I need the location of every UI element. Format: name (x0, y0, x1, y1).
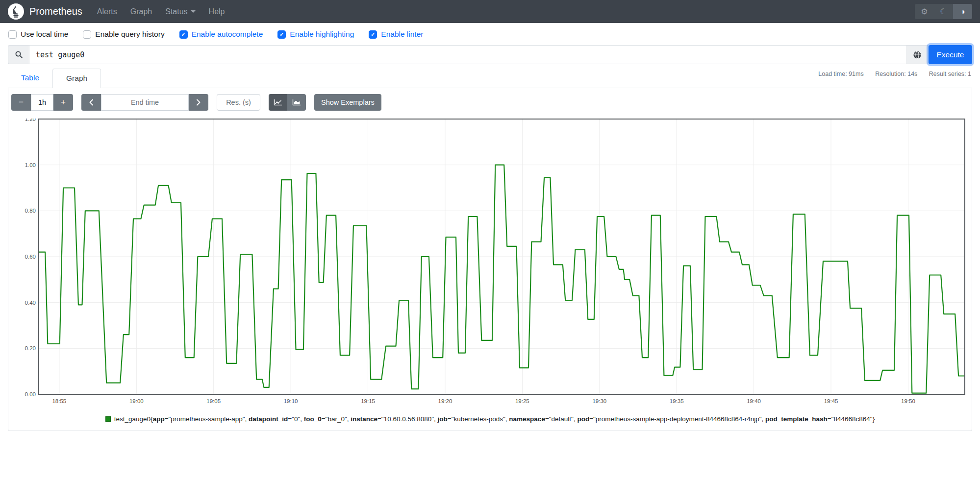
svg-text:19:40: 19:40 (747, 398, 761, 404)
svg-text:0.60: 0.60 (25, 254, 36, 260)
range-input[interactable] (31, 94, 53, 111)
checkbox-enable-highlighting[interactable]: ✓Enable highlighting (277, 30, 354, 39)
graph-controls: − + Show Exemplars (8, 88, 972, 115)
load-time: Load time: 91ms (818, 71, 863, 77)
execute-button[interactable]: Execute (929, 45, 972, 64)
tab-table[interactable]: Table (8, 69, 52, 88)
settings-gear-icon[interactable]: ⚙ (915, 4, 934, 19)
resolution: Resolution: 14s (875, 71, 917, 77)
query-bar: Execute (8, 45, 972, 64)
theme-toggle-group: ⚙ ☾ ◑ (915, 4, 972, 19)
checkbox-box[interactable]: ✓ (277, 30, 286, 39)
nav-item-alerts[interactable]: Alerts (97, 7, 117, 16)
end-time-input[interactable] (101, 94, 189, 111)
svg-text:19:45: 19:45 (824, 398, 838, 404)
auto-theme-contrast-icon[interactable]: ◑ (953, 4, 972, 19)
svg-text:19:00: 19:00 (129, 398, 144, 404)
chevron-right-icon (196, 98, 201, 106)
chevron-left-icon (88, 98, 94, 106)
graph-panel: − + Show Exemplars 0.000.200.400.600.801… (8, 88, 972, 431)
line-chart-icon[interactable] (269, 94, 287, 111)
checkbox-enable-query-history[interactable]: Enable query history (83, 30, 164, 39)
chevron-down-icon (191, 10, 196, 13)
prometheus-logo-icon (8, 3, 24, 20)
tab-graph[interactable]: Graph (52, 69, 101, 88)
checkbox-use-local-time[interactable]: Use local time (8, 30, 68, 39)
result-series: Result series: 1 (929, 71, 971, 77)
series-legend[interactable]: test_gauge0{app="prometheus-sample-app",… (8, 415, 972, 423)
search-icon (8, 45, 29, 64)
checkbox-enable-autocomplete[interactable]: ✓Enable autocomplete (179, 30, 263, 39)
navbar: Prometheus Alerts Graph Status Help ⚙ ☾ … (0, 0, 980, 23)
chart-type-toggle (269, 94, 306, 111)
checkbox-box[interactable] (8, 30, 17, 39)
checkbox-box[interactable]: ✓ (179, 30, 188, 39)
query-expression-input[interactable] (29, 45, 906, 64)
nav-links: Alerts Graph Status Help (97, 7, 225, 16)
show-exemplars-button[interactable]: Show Exemplars (314, 94, 381, 111)
stacked-chart-icon[interactable] (287, 94, 306, 111)
graph-canvas[interactable]: 0.000.200.400.600.801.001.2018:5519:0019… (20, 119, 966, 408)
end-time-control (81, 94, 208, 111)
range-control: − + (11, 94, 73, 111)
dark-theme-moon-icon[interactable]: ☾ (934, 4, 953, 19)
checkbox-enable-linter[interactable]: ✓Enable linter (369, 30, 423, 39)
svg-text:19:15: 19:15 (361, 398, 375, 404)
time-forward-chevron-button[interactable] (189, 94, 208, 111)
nav-item-status[interactable]: Status (165, 7, 195, 16)
svg-text:0.80: 0.80 (25, 208, 36, 214)
metrics-explorer-globe-icon[interactable] (906, 45, 929, 64)
app-title[interactable]: Prometheus (29, 6, 82, 17)
options-row: Use local time Enable query history ✓Ena… (8, 30, 980, 39)
svg-text:19:30: 19:30 (592, 398, 606, 404)
svg-text:0.40: 0.40 (25, 300, 36, 306)
svg-text:19:10: 19:10 (284, 398, 298, 404)
range-increase-button[interactable]: + (53, 94, 73, 111)
svg-text:19:35: 19:35 (670, 398, 684, 404)
svg-text:1.20: 1.20 (25, 119, 36, 122)
tab-zone: Load time: 91ms Resolution: 14s Result s… (8, 64, 972, 88)
checkbox-box[interactable]: ✓ (369, 30, 377, 39)
svg-text:19:50: 19:50 (901, 398, 915, 404)
checkbox-box[interactable] (83, 30, 91, 39)
series-swatch (105, 416, 111, 422)
resolution-input[interactable] (217, 94, 260, 111)
svg-text:18:55: 18:55 (52, 398, 66, 404)
svg-text:0.00: 0.00 (25, 391, 36, 397)
nav-item-help[interactable]: Help (209, 7, 225, 16)
svg-text:19:20: 19:20 (438, 398, 452, 404)
nav-item-graph[interactable]: Graph (130, 7, 152, 16)
svg-text:1.00: 1.00 (25, 162, 36, 168)
query-stats: Load time: 91ms Resolution: 14s Result s… (808, 71, 971, 77)
svg-text:19:05: 19:05 (206, 398, 221, 404)
svg-text:0.20: 0.20 (25, 345, 36, 351)
time-back-chevron-button[interactable] (81, 94, 101, 111)
svg-text:19:25: 19:25 (515, 398, 529, 404)
range-decrease-button[interactable]: − (11, 94, 31, 111)
